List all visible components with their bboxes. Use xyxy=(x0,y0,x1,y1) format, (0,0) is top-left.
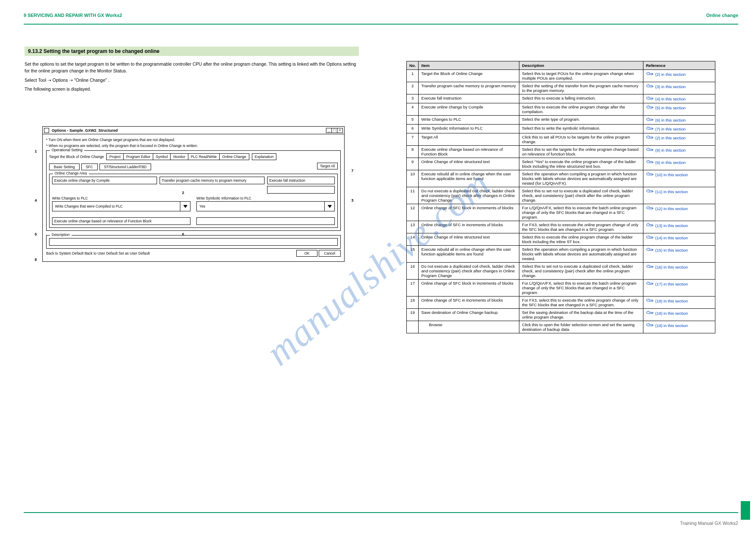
cell-no: 16 xyxy=(407,263,419,280)
bottom-rule xyxy=(24,512,738,513)
cell-xref[interactable]: (5) in this section xyxy=(643,103,715,116)
table-row: 13Online change of SFC in increments of … xyxy=(407,221,715,233)
cell-xref[interactable]: (3) in this section xyxy=(643,82,715,94)
cell-xref[interactable]: (2) in this section xyxy=(643,133,715,146)
cell-no: 13 xyxy=(407,221,419,233)
note-1: * Turn ON when there are Online Change t… xyxy=(46,138,341,142)
cell-xref[interactable]: (11) in this section xyxy=(643,187,715,204)
cell-desc: Select the operation when compiling a pr… xyxy=(519,246,643,263)
cell-item: Online change of SFC in increments of bl… xyxy=(419,297,519,309)
table-row: 2Transfer program cache memory to progra… xyxy=(407,82,715,94)
cell-xref[interactable]: (12) in this section xyxy=(643,204,715,221)
cell-desc: Select the write type of program. xyxy=(519,116,643,125)
pointer-icon xyxy=(646,96,654,102)
transfer-cache-check[interactable]: Transfer program cache memory to program… xyxy=(160,177,265,184)
tab-symbol[interactable]: Symbol xyxy=(153,154,171,160)
explanation-button[interactable]: Explanation xyxy=(252,153,276,160)
cell-desc: Select this to write the symbolic inform… xyxy=(519,125,643,133)
pointer-icon xyxy=(646,83,654,89)
cell-no: 4 xyxy=(407,103,419,116)
cell-xref[interactable]: (7) in this section xyxy=(643,125,715,133)
cell-no: 17 xyxy=(407,280,419,297)
table-row: 14Online Change of inline structured tex… xyxy=(407,233,715,246)
chevron-down-icon[interactable] xyxy=(180,202,190,211)
subtab-basic[interactable]: Basic Setting xyxy=(49,164,80,170)
pointer-icon xyxy=(646,281,654,287)
cell-xref[interactable]: (17) in this section xyxy=(643,280,715,297)
cell-desc: Select this to execute the online progra… xyxy=(519,103,643,116)
pointer-icon xyxy=(646,247,654,253)
table-row: 17Online change of SFC block in incremen… xyxy=(407,280,715,297)
write-symbolic-select[interactable]: Yes xyxy=(196,201,335,211)
top-rule xyxy=(24,24,738,25)
table-header: No. Item Description Reference xyxy=(407,61,715,70)
bottom2-input[interactable] xyxy=(196,217,335,225)
pointer-icon xyxy=(646,71,654,77)
cell-xref[interactable]: (19) in this section xyxy=(643,321,715,333)
pointer-icon xyxy=(646,172,654,177)
cell-no: 9 xyxy=(407,158,419,170)
table-row: 19Save destination of Online Change back… xyxy=(407,309,715,321)
close-icon[interactable]: × xyxy=(337,128,343,133)
dd2-label: Write Symbolic Information to PLC xyxy=(196,196,335,200)
cell-xref[interactable]: (4) in this section xyxy=(643,94,715,103)
pointer-icon xyxy=(646,222,654,228)
th-ref: Reference xyxy=(643,61,715,70)
subtab-sfc[interactable]: SFC xyxy=(81,164,98,170)
area-extra[interactable] xyxy=(267,186,335,194)
cancel-button[interactable]: Cancel xyxy=(319,250,341,257)
svg-marker-0 xyxy=(183,205,188,208)
table-row: 9Online Change of inline structured text… xyxy=(407,158,715,170)
bottom1-input[interactable]: Execute online change based on relevance… xyxy=(52,217,190,225)
cell-desc: Select this to execute a falling instruc… xyxy=(519,94,643,103)
cell-xref[interactable]: (9) in this section xyxy=(643,146,715,158)
table-row: 12Online change of SFC block in incremen… xyxy=(407,204,715,221)
cell-desc: Click this to set all POUs to be targets… xyxy=(519,133,643,146)
exec-fall-check[interactable]: Execute fall instruction xyxy=(267,177,335,184)
cell-xref[interactable]: (10) in this section xyxy=(643,170,715,187)
cell-no: 14 xyxy=(407,233,419,246)
pointer-icon xyxy=(646,235,654,241)
cell-desc: Select the setting of the transfer from … xyxy=(519,82,643,94)
table-row: 1Target the Block of Online ChangeSelect… xyxy=(407,70,715,82)
intro-p1: Set the options to set the target progra… xyxy=(25,61,359,75)
table-row: 16Do not execute a duplicated coil check… xyxy=(407,263,715,280)
tab-plc-rw[interactable]: PLC Read/Write xyxy=(188,154,220,160)
cell-xref[interactable]: (15) in this section xyxy=(643,246,715,263)
tab-program-editor[interactable]: Program Editor xyxy=(124,154,153,160)
exec-compile-check[interactable]: Execute online change by Compile xyxy=(52,177,157,184)
tab-project[interactable]: Project xyxy=(107,154,123,160)
minimize-icon[interactable]: _ xyxy=(326,128,332,133)
callout-3: 3 xyxy=(351,198,353,202)
cell-xref[interactable]: (14) in this section xyxy=(643,233,715,246)
cell-xref[interactable]: (6) in this section xyxy=(643,116,715,125)
cell-xref[interactable]: (2) in this section xyxy=(643,70,715,82)
cell-desc: Select this to set not to execute a dupl… xyxy=(519,187,643,204)
pointer-icon xyxy=(646,117,654,123)
cell-xref[interactable]: (19) in this section xyxy=(643,309,715,321)
category-tabs[interactable]: Project Program Editor Symbol Monitor PL… xyxy=(106,153,249,160)
tab-online-change[interactable]: Online Change xyxy=(220,154,249,160)
cell-xref[interactable]: (9) in this section xyxy=(643,158,715,170)
tab-monitor[interactable]: Monitor xyxy=(171,154,188,160)
cell-xref[interactable]: (18) in this section xyxy=(643,297,715,309)
dd1-value: Write Changes that were Compiled to PLC xyxy=(52,202,180,211)
system-menu-icon[interactable] xyxy=(44,128,49,133)
subtab-st[interactable]: ST/Structured Ladder/FBD xyxy=(99,164,152,170)
subtab-strip: Basic Setting SFC ST/Structured Ladder/F… xyxy=(49,164,151,170)
dd2-value: Yes xyxy=(197,202,324,211)
chevron-down-icon[interactable] xyxy=(324,202,334,211)
reference-table: No. Item Description Reference 1Target t… xyxy=(406,61,715,333)
cell-item: Transfer program cache memory to program… xyxy=(419,82,519,94)
cell-item: Execute online change based on relevance… xyxy=(419,146,519,158)
cell-item: Execute rebuild all in online change whe… xyxy=(419,170,519,187)
target-all-button[interactable]: Target All xyxy=(317,163,338,169)
cell-item: Execute rebuild all in online change whe… xyxy=(419,246,519,263)
callout-5: 5 xyxy=(35,232,37,236)
ok-button[interactable]: OK xyxy=(296,250,317,257)
maximize-icon[interactable]: □ xyxy=(331,128,337,133)
cell-desc: Select "Yes" to execute the online progr… xyxy=(519,158,643,170)
cell-xref[interactable]: (13) in this section xyxy=(643,221,715,233)
cell-xref[interactable]: (16) in this section xyxy=(643,263,715,280)
write-changes-select[interactable]: Write Changes that were Compiled to PLC xyxy=(52,201,190,211)
